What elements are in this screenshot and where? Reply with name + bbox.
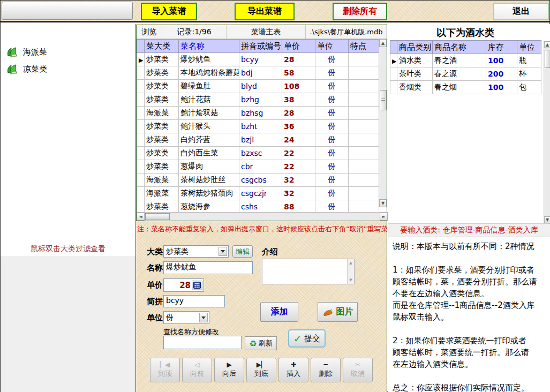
description-line: 不要在左边输入酒类信息。 [393,288,548,299]
record-nav-button[interactable]: ▏◀ 到顶 [150,358,180,382]
col-stock[interactable]: 库存 [486,41,517,54]
browse-bar: 浏览 记录:1/96 菜谱主表 .\sjks\餐厅单机版.mdb [137,25,387,39]
dish-hscroll-thumb[interactable] [145,213,170,220]
dish-grid-frame: 浏览 记录:1/96 菜谱主表 .\sjks\餐厅单机版.mdb 菜大类 菜名称… [136,25,387,221]
drink-row[interactable]: ▶ 香烟类 春之烟 100 包 [390,81,541,94]
cell-feature [349,160,379,174]
scroll-up-icon[interactable]: ▲ [348,261,354,265]
import-menu-button[interactable]: 导入菜谱 [141,3,197,20]
cell-pinyin: blyd [239,80,282,93]
dish-row[interactable]: ▶ 炒菜类 鲍汁花菇 bzhg 38 份 [137,93,379,107]
delete-all-button[interactable]: 删除所有 [333,3,387,20]
col-product-category[interactable]: 商品类别 [397,41,433,54]
search-input[interactable] [163,336,242,349]
cell-category: 海派菜 [145,174,179,187]
dish-row[interactable]: ▶ 海派菜 鲍汁烩双菇 bzhsg 28 份 [137,107,379,120]
dish-scroll-thumb[interactable] [380,90,387,110]
dish-row[interactable]: ▶ 炒菜类 鲍汁猴头 bzht 36 份 [137,120,379,133]
col-unit[interactable]: 单位 [315,40,349,53]
col-price[interactable]: 单价 [282,40,315,53]
record-nav-bar: ▏◀ 到顶 ◁ 向前 ▶ 向后 ▶▏ 到底 [150,358,373,382]
cell-unit: 份 [315,120,349,133]
drink-row[interactable]: ▶ 酒水类 春之酒 100 瓶 [390,54,541,67]
scroll-right-icon[interactable]: ► [380,213,388,221]
edit-category-button[interactable]: 编辑 [232,245,253,258]
chevron-down-icon[interactable] [199,313,208,322]
chevron-down-icon[interactable] [219,247,227,256]
category-item[interactable]: 凉菜类 [6,61,135,78]
export-menu-button[interactable]: 导出菜谱 [235,3,295,20]
record-nav-button[interactable]: ━ 删除 [311,358,341,382]
col-pinyin[interactable]: 拼音或编号 [239,40,282,53]
pinyin-field-label: 简拼 [147,297,163,307]
dish-row[interactable]: ▶ 炒菜类 本地鸡炖粉条蘑菇 bdj 58 份 [137,66,379,80]
name-input[interactable]: 爆炒鱿鱼 [163,261,253,274]
cell-name: 葱爆肉 [179,160,239,174]
dish-vertical-scrollbar[interactable]: ▲ ▼ [379,39,387,207]
dish-row[interactable]: ▶ 炒菜类 葱烧海参 cshs 88 份 [137,200,379,214]
nav-button-label: 到底 [254,369,268,379]
cell-pinyin: bzxsc [239,147,282,160]
dish-row[interactable]: ▶ 炒菜类 碧绿鱼肚 blyd 108 份 [137,80,379,93]
table-name: 菜谱主表 [227,25,306,39]
drink-row[interactable]: ▶ 茶叶类 春之源 200 杯 [390,67,541,81]
cell-feature [349,80,379,93]
exit-button[interactable]: 退出 [493,3,549,20]
intro-textarea[interactable]: ▲ ▼ [262,259,355,284]
scroll-up-icon[interactable]: ▲ [379,39,387,47]
col-name[interactable]: 菜名称 [179,40,239,53]
price-input[interactable]: 28 [163,278,204,292]
cell-price: 36 [282,120,315,133]
check-icon: ✓ [293,333,302,344]
drinks-scroll-thumb[interactable] [545,50,550,68]
scroll-down-icon[interactable]: ▼ [348,278,354,282]
dish-row[interactable]: ▶ 炒菜类 白灼芥蓝 bzjl 24 份 [137,133,379,147]
cell-feature [349,107,379,120]
cell-stock: 100 [486,54,517,67]
col-category[interactable]: 菜大类 [145,40,179,53]
drinks-vertical-scrollbar[interactable]: ▲ ▼ [544,41,550,223]
col-product-name[interactable]: 商品名称 [433,41,486,54]
col-drink-unit[interactable]: 单位 [517,41,541,54]
selector-header [390,41,397,54]
dish-row[interactable]: ▶ 炒菜类 葱爆肉 cbr 22 份 [137,160,379,174]
nav-button-icon: ━ [323,361,327,368]
cell-price: 108 [282,80,315,93]
dish-row[interactable]: ▶ 海派菜 茶树菇炒肚丝 csgcbs 32 份 [137,174,379,187]
cell-price: 88 [282,200,315,214]
record-nav-button[interactable]: ✂ 取消 [343,358,373,382]
refresh-icon: ♻ [249,338,257,349]
pinyin-input[interactable]: bcyy [163,295,225,307]
scroll-down-icon[interactable]: ▼ [379,199,387,207]
record-nav-button[interactable]: ▶ 向后 [214,358,244,382]
scroll-up-icon[interactable]: ▲ [544,41,550,48]
record-nav-button[interactable]: ▶▏ 到底 [246,358,276,382]
description-line [393,252,548,264]
row-selector-arrow: ▶ [139,57,143,64]
cell-unit: 份 [315,200,349,214]
description-line: 而是在仓库管理--1商品信息--2酒类入库 [393,299,548,311]
scroll-down-icon[interactable]: ▼ [544,216,550,223]
record-nav-button[interactable]: ◁ 向前 [182,358,212,382]
image-button[interactable]: 图片 [318,302,358,322]
dish-row[interactable]: ▶ 炒菜类 白灼西生菜 bzxsc 22 份 [137,147,379,160]
cell-category: 炒菜类 [145,93,179,107]
scroll-left-icon[interactable]: ◄ [137,213,145,221]
cell-price: 28 [282,107,315,120]
category-select[interactable]: 炒菜类 [163,245,229,258]
record-nav-button[interactable]: ✚ 插入 [278,358,308,382]
dish-horizontal-scrollbar[interactable]: ◄ ► [137,212,388,221]
intro-scrollbar[interactable]: ▲ ▼ [347,259,354,284]
col-feature[interactable]: 特点 [349,40,379,53]
cell-name: 爆炒鱿鱼 [179,53,239,66]
submit-button[interactable]: ✓ 提交 [288,329,326,348]
category-hint: 鼠标双击大类过滤查看 [1,244,135,254]
refresh-button[interactable]: ♻ 刷新 [245,336,277,350]
calculator-icon[interactable] [192,281,202,290]
category-item[interactable]: 海派菜 [6,43,135,61]
cell-pinyin: bdj [239,66,282,80]
add-button[interactable]: 添加 [260,302,298,322]
dish-row[interactable]: ▶ 海派菜 茶树菇炒猪颈肉 csgczjr 32 份 [137,187,379,200]
dish-row[interactable]: ▶ 炒菜类 爆炒鱿鱼 bcyy 28 份 [137,53,379,66]
unit-select[interactable]: 份 [163,311,209,324]
